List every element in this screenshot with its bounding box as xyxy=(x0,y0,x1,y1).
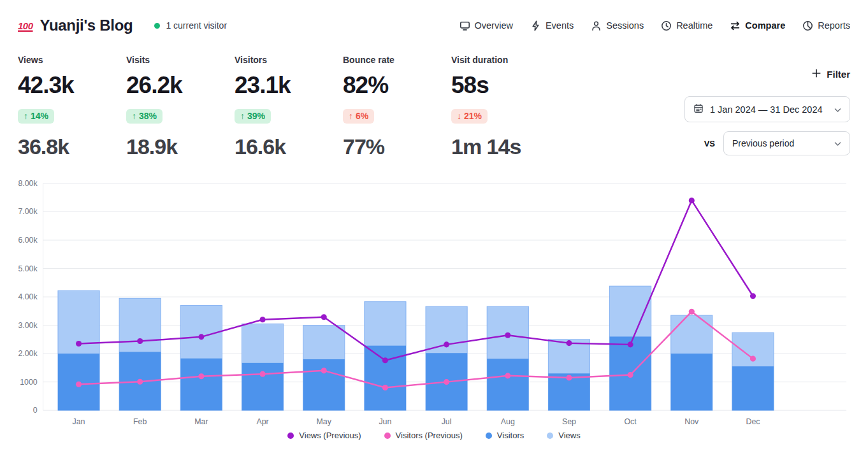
chart-legend: Views (Previous) Visitors (Previous) Vis… xyxy=(18,431,850,440)
metric-label: Bounce rate xyxy=(343,55,451,65)
svg-text:Jan: Jan xyxy=(73,417,85,426)
metric-previous-value: 36.8k xyxy=(18,134,126,159)
site-title: Yuanji's Blog xyxy=(40,17,133,34)
metric-visit-duration[interactable]: Visit duration 58s ↓21% 1m 14s xyxy=(451,55,560,159)
metric-previous-value: 77% xyxy=(343,134,451,159)
add-filter-button[interactable]: Filter xyxy=(812,69,850,80)
svg-text:Nov: Nov xyxy=(684,417,699,426)
svg-text:May: May xyxy=(317,417,332,426)
arrow-up-icon: ↑ xyxy=(24,111,28,121)
svg-text:Sep: Sep xyxy=(562,417,576,426)
nav-item-compare[interactable]: Compare xyxy=(730,20,785,31)
traffic-chart[interactable]: 8.00k7.00k6.00k5.00k4.00k3.00k2.00k10000… xyxy=(18,173,850,429)
legend-dot-icon xyxy=(384,433,391,439)
compare-period-value: Previous period xyxy=(732,138,794,148)
nav-item-reports[interactable]: Reports xyxy=(802,20,850,31)
nav-item-overview[interactable]: Overview xyxy=(459,20,513,31)
main-nav: Overview Events Sessions xyxy=(459,20,850,31)
svg-text:8.00k: 8.00k xyxy=(18,179,38,188)
nav-item-sessions[interactable]: Sessions xyxy=(591,20,644,31)
arrow-up-icon: ↑ xyxy=(132,111,136,121)
svg-text:0: 0 xyxy=(33,406,38,415)
metric-previous-value: 16.6k xyxy=(235,134,343,159)
person-icon xyxy=(591,20,602,31)
svg-text:Dec: Dec xyxy=(746,417,760,426)
change-badge: ↑38% xyxy=(126,109,163,124)
chevron-down-icon xyxy=(834,104,841,115)
metric-label: Visit duration xyxy=(451,55,560,65)
svg-text:1000: 1000 xyxy=(20,378,38,387)
metric-visitors[interactable]: Visitors 23.1k ↑39% 16.6k xyxy=(235,55,343,159)
legend-item-views: Views xyxy=(547,431,580,440)
monitor-icon xyxy=(459,20,470,31)
svg-text:3.00k: 3.00k xyxy=(18,321,38,330)
change-badge: ↓21% xyxy=(451,109,488,124)
metric-previous-value: 18.9k xyxy=(126,134,235,159)
live-dot-icon xyxy=(154,23,160,29)
arrow-up-icon: ↑ xyxy=(240,111,245,121)
current-visitor-status: 1 current visitor xyxy=(154,20,227,31)
metric-views[interactable]: Views 42.3k ↑14% 36.8k xyxy=(18,55,126,159)
nav-item-events[interactable]: Events xyxy=(530,20,574,31)
svg-text:4.00k: 4.00k xyxy=(18,292,38,301)
compare-period-select[interactable]: Previous period xyxy=(723,131,850,155)
svg-text:5.00k: 5.00k xyxy=(18,264,38,273)
metric-label: Views xyxy=(18,55,126,65)
metric-value: 26.2k xyxy=(126,72,235,99)
chevron-down-icon xyxy=(834,138,841,148)
zap-icon xyxy=(530,20,541,31)
arrow-down-icon: ↓ xyxy=(457,111,461,121)
nav-item-realtime[interactable]: Realtime xyxy=(661,20,712,31)
legend-dot-icon xyxy=(547,433,553,439)
svg-text:Aug: Aug xyxy=(501,417,515,426)
date-range-picker[interactable]: 1 Jan 2024 — 31 Dec 2024 xyxy=(684,96,850,122)
metric-value: 23.1k xyxy=(235,72,343,99)
metric-previous-value: 1m 14s xyxy=(451,134,560,159)
metrics-row: Views 42.3k ↑14% 36.8k Visits 26.2k ↑38%… xyxy=(18,55,850,159)
legend-dot-icon xyxy=(287,433,294,439)
metric-value: 58s xyxy=(451,72,560,99)
clock-icon xyxy=(661,20,672,31)
compare-row: VS Previous period xyxy=(704,131,850,155)
metric-bounce-rate[interactable]: Bounce rate 82% ↑6% 77% xyxy=(343,55,451,159)
metric-value: 82% xyxy=(343,72,451,99)
current-visitor-label: 1 current visitor xyxy=(166,20,227,31)
metric-label: Visits xyxy=(126,55,235,65)
compare-arrows-icon xyxy=(730,20,741,31)
svg-text:Apr: Apr xyxy=(256,417,268,426)
calendar-icon xyxy=(693,103,704,115)
svg-text:7.00k: 7.00k xyxy=(18,207,38,216)
legend-dot-icon xyxy=(486,433,492,439)
site-brand[interactable]: 100 Yuanji's Blog xyxy=(18,17,133,34)
legend-item-views-previous: Views (Previous) xyxy=(287,431,361,440)
change-badge: ↑14% xyxy=(18,109,54,124)
svg-text:Mar: Mar xyxy=(194,417,208,426)
arrow-up-icon: ↑ xyxy=(349,111,353,121)
metric-visits[interactable]: Visits 26.2k ↑38% 18.9k xyxy=(126,55,235,159)
svg-text:Jul: Jul xyxy=(442,417,452,426)
traffic-chart-section: 8.00k7.00k6.00k5.00k4.00k3.00k2.00k10000… xyxy=(18,173,850,440)
change-badge: ↑6% xyxy=(343,109,374,124)
legend-item-visitors: Visitors xyxy=(486,431,524,440)
filter-controls: Filter 1 Jan 2024 — 31 Dec 2024 VS xyxy=(684,55,850,159)
svg-text:Feb: Feb xyxy=(133,417,147,426)
metric-label: Visitors xyxy=(235,55,343,65)
metric-value: 42.3k xyxy=(18,72,126,99)
top-bar: 100 Yuanji's Blog 1 current visitor Over… xyxy=(18,0,850,34)
svg-text:Oct: Oct xyxy=(625,417,637,426)
svg-text:6.00k: 6.00k xyxy=(18,236,38,245)
svg-text:2.00k: 2.00k xyxy=(18,349,38,358)
plus-icon xyxy=(812,69,821,80)
pie-chart-icon xyxy=(802,20,813,31)
svg-text:Jun: Jun xyxy=(379,417,391,426)
vs-label: VS xyxy=(704,139,715,148)
legend-item-visitors-previous: Visitors (Previous) xyxy=(384,431,463,440)
change-badge: ↑39% xyxy=(235,109,271,124)
hundred-points-icon: 100 xyxy=(18,21,33,31)
date-range-value: 1 Jan 2024 — 31 Dec 2024 xyxy=(710,104,823,115)
